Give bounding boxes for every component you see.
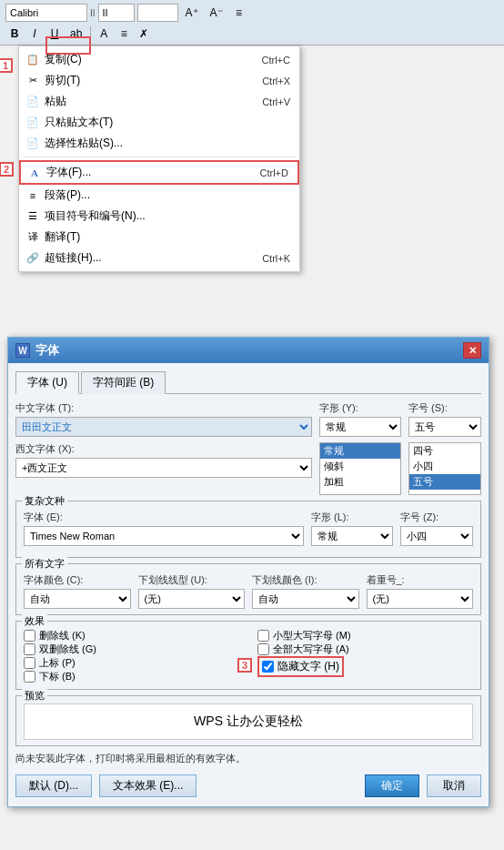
bullets-icon: ☰: [25, 210, 41, 222]
note-text: 尚未安装此字体，打印时将采用最相近的有效字体。: [15, 752, 481, 765]
effect-all-caps: 全部大写字母 (A): [257, 643, 473, 656]
style-select[interactable]: 常规: [319, 417, 401, 437]
size-cn-col: 字号 (S): 五号: [408, 401, 481, 437]
complex-size-label: 字号 (Z):: [400, 511, 473, 524]
size-option-small4[interactable]: 小四: [409, 459, 480, 474]
effects-section: 效果 删除线 (K) 双删除线 (G): [15, 621, 481, 690]
underline-color-col: 下划线颜色 (I): 自动: [252, 573, 359, 609]
preview-text: WPS 让办公更轻松: [194, 713, 303, 730]
underline-color-select[interactable]: 自动: [252, 589, 359, 609]
menu-item-paste-special[interactable]: 📄 选择性粘贴(S)...: [19, 133, 299, 154]
menu-item-font-wrapper: 2 A 字体(F)... Ctrl+D: [19, 160, 299, 185]
font-size-input[interactable]: 五号: [137, 4, 178, 22]
chinese-font-label: 中文字体 (T):: [15, 401, 312, 415]
emphasis-col: 着重号_: (无): [367, 573, 474, 609]
effect-subscript-label: 下标 (B): [39, 670, 76, 683]
complex-font-select[interactable]: Times New Roman: [24, 526, 304, 546]
effect-small-caps-label: 小型大写字母 (M): [273, 629, 351, 643]
ok-button[interactable]: 确定: [365, 774, 419, 797]
menu-item-translate[interactable]: 译 翻译(T): [19, 227, 299, 248]
cancel-button[interactable]: 取消: [427, 774, 481, 797]
menu-item-paste[interactable]: 📄 粘贴 Ctrl+V: [19, 91, 299, 112]
font-color-button[interactable]: A: [95, 25, 113, 43]
effect-subscript-checkbox[interactable]: [24, 671, 35, 683]
shrink-font-button[interactable]: A⁻: [206, 4, 227, 22]
style-option-bold[interactable]: 加粗: [320, 474, 400, 490]
bold-button[interactable]: B: [5, 25, 24, 43]
latin-font-select[interactable]: +西文正文: [15, 458, 312, 478]
context-menu: 📋 复制(C) Ctrl+C ✂ 剪切(T) Ctrl+X 📄 粘贴 Ctrl+…: [18, 46, 300, 272]
preview-section-title: 预览: [22, 689, 47, 703]
underline-type-select[interactable]: (无): [138, 589, 246, 609]
size-option-4[interactable]: 四号: [409, 443, 480, 459]
complex-style-select[interactable]: 常规: [311, 526, 393, 546]
dialog-titlebar: W 字体 ✕: [8, 338, 489, 363]
menu-item-font[interactable]: A 字体(F)... Ctrl+D: [19, 160, 299, 185]
effects-left: 删除线 (K) 双删除线 (G) 上标 (P) 下标 (B): [24, 629, 239, 683]
menu-item-cut[interactable]: ✂ 剪切(T) Ctrl+X: [19, 70, 299, 91]
latin-font-label: 西文字体 (X):: [15, 442, 312, 456]
effect-hidden-checkbox[interactable]: [262, 661, 274, 673]
step-badge-2: 2: [0, 162, 14, 177]
tab-font[interactable]: 字体 (U): [15, 371, 79, 394]
hyperlink-shortcut: Ctrl+K: [262, 253, 290, 264]
chinese-font-select[interactable]: 田田文正文: [15, 417, 312, 437]
all-text-row: 字体颜色 (C): 自动 下划线线型 (U): (无) 下划线颜色 (I):: [24, 573, 473, 609]
effect-strikethrough-checkbox[interactable]: [24, 630, 35, 642]
paste-icon: 📄: [25, 96, 41, 107]
menu-item-paragraph[interactable]: ≡ 段落(P)...: [19, 185, 299, 206]
menu-item-copy[interactable]: 📋 复制(C) Ctrl+C: [19, 49, 299, 70]
paragraph-label: 段落(P)...: [45, 187, 290, 203]
effect-hidden-label: 隐藏文字 (H): [277, 659, 339, 674]
size-listbox[interactable]: 四号 小四 五号: [408, 442, 481, 495]
complex-font-section-title: 复杂文种: [22, 494, 67, 508]
paste-special-icon: 📄: [25, 137, 41, 149]
effects-right: 小型大写字母 (M) 全部大写字母 (A) 3 隐藏文字 (H): [257, 629, 473, 683]
font-color-select[interactable]: 自动: [24, 589, 131, 609]
size-cn-label: 字号 (S):: [408, 401, 481, 415]
style-listbox[interactable]: 常规 倾斜 加粗: [319, 442, 401, 495]
effect-double-strikethrough-checkbox[interactable]: [24, 643, 35, 655]
paragraph-button[interactable]: ≡: [230, 4, 248, 22]
effect-small-caps-checkbox[interactable]: [257, 630, 269, 642]
style-option-normal[interactable]: 常规: [320, 443, 400, 459]
font-style-input[interactable]: [98, 4, 135, 22]
preview-box: WPS 让办公更轻松: [24, 703, 473, 740]
effect-hidden-highlighted: 隐藏文字 (H): [257, 656, 344, 677]
tab-char-spacing[interactable]: 字符间距 (B): [81, 371, 166, 394]
paste-special-label: 选择性粘贴(S)...: [45, 136, 272, 151]
effect-all-caps-checkbox[interactable]: [257, 643, 269, 655]
hyperlink-label: 超链接(H)...: [45, 250, 244, 266]
font-name-input[interactable]: Calibri: [5, 4, 87, 22]
effects-grid: 删除线 (K) 双删除线 (G) 上标 (P) 下标 (B): [24, 629, 473, 683]
emphasis-select[interactable]: (无): [367, 589, 474, 609]
font-style-indicator: II: [90, 8, 96, 18]
menu-item-hyperlink[interactable]: 🔗 超链接(H)... Ctrl+K: [19, 248, 299, 268]
paste-shortcut: Ctrl+V: [262, 96, 290, 107]
menu-item-bullets[interactable]: ☰ 项目符号和编号(N)...: [19, 206, 299, 227]
cut-shortcut: Ctrl+X: [262, 76, 290, 86]
effects-section-title: 效果: [22, 614, 47, 628]
complex-size-select[interactable]: 小四: [400, 526, 473, 546]
dialog-close-button[interactable]: ✕: [463, 342, 481, 359]
complex-font-col: 字体 (E): Times New Roman: [24, 511, 304, 546]
effect-double-strikethrough: 双删除线 (G): [24, 643, 239, 656]
effect-superscript: 上标 (P): [24, 656, 239, 670]
toolbar-row-1: Calibri II 五号 A⁺ A⁻ ≡: [5, 4, 499, 22]
cut-icon: ✂: [25, 75, 41, 86]
size-cn-select[interactable]: 五号: [408, 417, 481, 437]
grow-font-button[interactable]: A⁺: [181, 4, 203, 22]
align-button[interactable]: ≡: [115, 25, 133, 43]
italic-button[interactable]: I: [25, 25, 44, 43]
default-button[interactable]: 默认 (D)...: [15, 774, 92, 797]
paste-label: 粘贴: [45, 94, 244, 109]
clear-format-button[interactable]: ✗: [135, 25, 153, 43]
style-option-italic[interactable]: 倾斜: [320, 459, 400, 474]
dialog-title-text: 字体: [35, 342, 463, 359]
text-effects-button[interactable]: 文本效果 (E)...: [99, 774, 197, 797]
underline-type-col: 下划线线型 (U): (无): [138, 573, 246, 609]
size-option-5[interactable]: 五号: [409, 474, 480, 490]
menu-item-paste-text[interactable]: 📄 只粘贴文本(T): [19, 112, 299, 133]
font-color-col: 字体颜色 (C): 自动: [24, 573, 131, 609]
effect-superscript-checkbox[interactable]: [24, 657, 35, 669]
